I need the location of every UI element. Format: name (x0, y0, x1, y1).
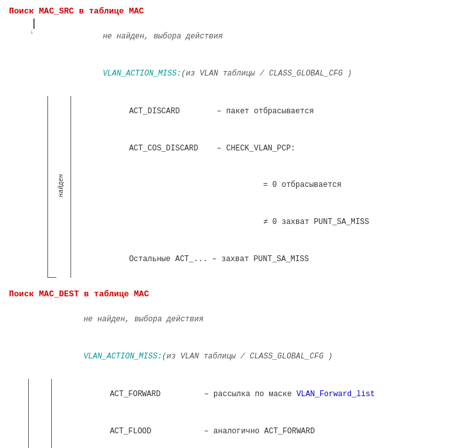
act-discard-key: ACT_DISCARD (129, 106, 212, 118)
vlan-action-miss-2: VLAN_ACTION_MISS:(из VLAN таблицы / CLAS… (28, 339, 467, 376)
act-cos-discard-key: ACT_COS_DISCARD (129, 143, 212, 155)
v-act-flood: ACT_FLOOD – аналогично ACT_FORWARD (54, 413, 463, 448)
found-label-1: найден (58, 174, 65, 197)
vlan-action-miss-label-1: VLAN_ACTION_MISS: (103, 69, 181, 78)
vlan-action-miss-label-2: VLAN_ACTION_MISS: (83, 352, 161, 361)
act-cos-sub1: = 0 отбрасывается (74, 167, 369, 204)
section2: Поиск MAC_DEST в таблице MAC не найден, … (9, 289, 467, 448)
not-found-label-2: не найден, выбора действия (28, 301, 467, 339)
not-found-label: не найден, выбора действия (47, 19, 467, 56)
act-cos-sub2: ≠ 0 захват PUNT_SA_MISS (74, 204, 369, 241)
section1-header: Поиск MAC_SRC в таблице MAC (9, 6, 467, 16)
vlan-action-miss-1: VLAN_ACTION_MISS:(из VLAN таблицы / CLAS… (47, 56, 467, 93)
section2-header: Поиск MAC_DEST в таблице MAC (9, 289, 467, 299)
action-act-cos-discard: ACT_COS_DISCARD – CHECK_VLAN_PCP: (74, 131, 369, 168)
action-act-discard: ACT_DISCARD – пакет отбрасывается (74, 93, 369, 131)
section1-actions: ACT_DISCARD – пакет отбрасывается ACT_CO… (74, 93, 369, 278)
section1: Поиск MAC_SRC в таблице MAC ↓ не найден,… (9, 6, 467, 278)
section2-vlan-actions: ACT_FORWARD – рассылка по маске VLAN_For… (54, 376, 463, 448)
act-other: Остальные ACT_... – захват PUNT_SA_MISS (74, 241, 369, 278)
v-act-forward: ACT_FORWARD – рассылка по маске VLAN_For… (54, 376, 463, 413)
